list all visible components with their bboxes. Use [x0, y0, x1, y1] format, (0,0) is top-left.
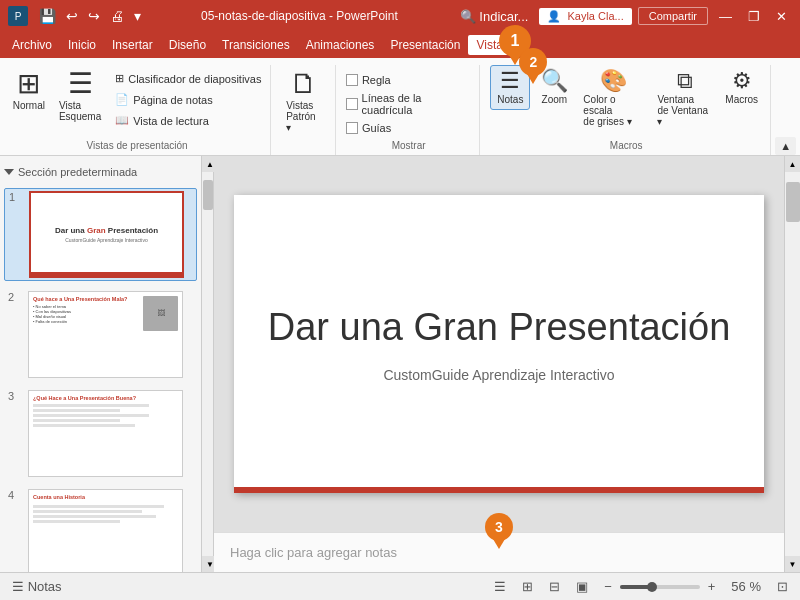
menu-inicio[interactable]: Inicio: [60, 35, 104, 55]
regla-label: Regla: [362, 74, 391, 86]
reading-status-btn[interactable]: ⊟: [545, 577, 564, 596]
vista-lectura-button[interactable]: 📖 Vista de lectura: [110, 111, 266, 130]
zoom-track[interactable]: [620, 585, 700, 589]
slide-img-4[interactable]: Cuenta una Historia: [28, 489, 183, 572]
guias-checkbox-row[interactable]: Guías: [346, 121, 471, 135]
lineas-checkbox[interactable]: [346, 98, 358, 110]
macros-icon: ⚙: [732, 70, 752, 92]
slide-thumb-3[interactable]: 3 ¿Qué Hace a Una Presentación Buena?: [4, 388, 197, 479]
quick-access-toolbar: 💾 ↩ ↪ 🖨 ▾: [36, 6, 144, 26]
slide1-title: Dar una Gran Presentación: [55, 226, 158, 235]
title-bar: P 💾 ↩ ↪ 🖨 ▾ 05-notas-de-diapositiva - Po…: [0, 0, 800, 32]
print-button[interactable]: 🖨: [107, 6, 127, 26]
esquema-icon: ☰: [68, 70, 93, 98]
undo-button[interactable]: ↩: [63, 6, 81, 26]
clasificador-button[interactable]: ⊞ Clasificador de diapositivas: [110, 69, 266, 88]
slide-img-3[interactable]: ¿Qué Hace a Una Presentación Buena?: [28, 390, 183, 477]
fit-window-btn[interactable]: ⊡: [773, 577, 792, 596]
vistas-patron-button[interactable]: 🗋 VistasPatrón ▾: [281, 65, 327, 138]
normal-status-btn[interactable]: ☰: [490, 577, 510, 596]
section-name: Sección predeterminada: [18, 166, 137, 178]
minimize-button[interactable]: —: [714, 7, 737, 26]
zoom-in-btn[interactable]: +: [704, 577, 720, 596]
content-scroll-thumb: [786, 182, 800, 222]
clasificador-icon: ⊞: [115, 72, 124, 85]
normal-view-button[interactable]: ⊞ 1 Normal: [8, 65, 50, 116]
share-button[interactable]: Compartir: [638, 7, 708, 25]
slide2-title: Qué hace a Una Presentación Mala?: [33, 296, 141, 302]
menu-diseno[interactable]: Diseño: [161, 35, 214, 55]
zoom-thumb[interactable]: [647, 582, 657, 592]
slide-thumb-1[interactable]: 1 Dar una Gran Presentación CustomGuide …: [4, 188, 197, 281]
collapse-ribbon-button[interactable]: ▲: [775, 137, 796, 155]
color-escala-button[interactable]: 🎨 Color o escalade grises ▾: [578, 65, 648, 132]
user-icon: 👤: [547, 10, 561, 23]
menu-vista[interactable]: Vista 1: [468, 35, 510, 55]
scroll-up-content-btn[interactable]: ▲: [785, 156, 801, 172]
status-right: ☰ ⊞ ⊟ ▣ − + 56 % ⊡: [490, 577, 792, 596]
section-label: Sección predeterminada: [4, 164, 197, 180]
main-slide[interactable]: Dar una Gran Presentación CustomGuide Ap…: [234, 195, 764, 493]
scroll-down-content-btn[interactable]: ▼: [785, 556, 801, 572]
pagina-notas-icon: 📄: [115, 93, 129, 106]
slide-sorter-status-btn[interactable]: ⊞: [518, 577, 537, 596]
slide-num-4: 4: [8, 489, 22, 501]
ribbon-group-mostrar: Regla Líneas de la cuadrícula Guías Most…: [338, 65, 480, 155]
menu-animaciones[interactable]: Animaciones: [298, 35, 383, 55]
app-icon: P: [8, 6, 28, 26]
section-collapse-icon[interactable]: [4, 169, 14, 175]
user-name: Kayla Cla...: [567, 10, 623, 22]
save-button[interactable]: 💾: [36, 6, 59, 26]
notas-ribbon-button[interactable]: ☰ Notas 2: [490, 65, 530, 110]
main-slide-title: Dar una Gran Presentación: [268, 305, 731, 351]
close-button[interactable]: ✕: [771, 7, 792, 26]
slide1-border: [31, 272, 182, 276]
notes-status-icon: ☰: [12, 579, 24, 594]
zoom-icon: 🔍: [541, 70, 568, 92]
regla-checkbox-row[interactable]: Regla: [346, 73, 471, 87]
zoom-level-btn[interactable]: 56 %: [727, 577, 765, 596]
menu-transiciones[interactable]: Transiciones: [214, 35, 298, 55]
notes-status-label: Notas: [28, 579, 62, 594]
callout-3: 3: [485, 513, 513, 541]
slide2-bullets: • No saber el tema• Con las diapositivas…: [33, 304, 141, 324]
color-escala-icon: 🎨: [600, 70, 627, 92]
esquema-view-button[interactable]: ☰ VistaEsquema: [54, 65, 106, 127]
regla-checkbox[interactable]: [346, 74, 358, 86]
slide-img-2[interactable]: Qué hace a Una Presentación Mala? • No s…: [28, 291, 183, 378]
ribbon-group-zoom-label: Macros: [610, 136, 643, 151]
ventana-icon: ⧉: [677, 70, 693, 92]
zoom-out-btn[interactable]: −: [600, 577, 616, 596]
menu-insertar[interactable]: Insertar: [104, 35, 161, 55]
notas-icon: ☰: [500, 70, 520, 92]
normal-view-icon: ⊞: [17, 70, 40, 98]
restore-button[interactable]: ❐: [743, 7, 765, 26]
user-info[interactable]: 👤 Kayla Cla...: [539, 8, 631, 25]
main-slide-border: [234, 487, 764, 493]
slideshow-status-btn[interactable]: ▣: [572, 577, 592, 596]
more-quick-access-button[interactable]: ▾: [131, 6, 144, 26]
ventana-button[interactable]: ⧉ Ventanade Ventana ▾: [652, 65, 717, 132]
window-title: 05-notas-de-diapositiva - PowerPoint: [144, 9, 455, 23]
slide-panel: Sección predeterminada 1 Dar una Gran Pr…: [0, 156, 202, 572]
search-button[interactable]: 🔍 Indicar...: [455, 7, 534, 26]
slide-thumb-4[interactable]: 4 Cuenta una Historia: [4, 487, 197, 572]
notes-area[interactable]: Haga clic para agregar notas 3: [214, 532, 784, 572]
notes-view-status-btn[interactable]: ☰ Notas: [8, 577, 66, 596]
slide-thumb-2[interactable]: 2 Qué hace a Una Presentación Mala? • No…: [4, 289, 197, 380]
lineas-checkbox-row[interactable]: Líneas de la cuadrícula: [346, 91, 471, 117]
status-left: ☰ Notas: [8, 577, 66, 596]
guias-label: Guías: [362, 122, 391, 134]
patron-icon: 🗋: [290, 70, 318, 98]
title-bar-left: P 💾 ↩ ↪ 🖨 ▾: [8, 6, 144, 26]
ribbon-group-mostrar-label: Mostrar: [392, 136, 426, 151]
menu-archivo[interactable]: Archivo: [4, 35, 60, 55]
menu-presentacion[interactable]: Presentación: [382, 35, 468, 55]
slide-img-1[interactable]: Dar una Gran Presentación CustomGuide Ap…: [29, 191, 184, 278]
content-scrollbar: ▲ ▼: [784, 156, 800, 572]
redo-button[interactable]: ↪: [85, 6, 103, 26]
pagina-notas-button[interactable]: 📄 Página de notas: [110, 90, 266, 109]
macros-button[interactable]: ⚙ Macros: [721, 65, 762, 110]
ribbon: ⊞ 1 Normal ☰ VistaEsquema ⊞ Clasificador…: [0, 58, 800, 156]
guias-checkbox[interactable]: [346, 122, 358, 134]
